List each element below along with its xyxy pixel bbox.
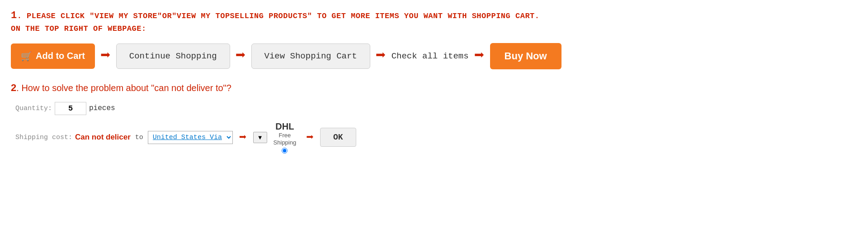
arrow-4-icon: ➡ [474,48,485,65]
cart-icon: 🛒 [21,51,32,62]
buy-now-label: Buy Now [505,50,547,62]
step1-line1: PLEASE CLICK "VIEW MY STORE"OR"VIEW MY T… [27,12,539,20]
shipping-cost-label: Shipping cost: [15,134,72,141]
add-to-cart-button[interactable]: 🛒 Add to Cart [11,43,95,69]
dhl-radio[interactable] [282,148,288,154]
step2-instruction: 2. How to solve the problem about "can n… [11,82,857,94]
step2-text: How to solve the problem about "can not … [21,83,231,93]
step1-line2: ON THE TOP RIGHT OF WEBPAGE: [11,24,146,33]
dhl-free-shipping: FreeShipping [274,132,297,147]
dhl-title: DHL [275,121,294,132]
flow-row: 🛒 Add to Cart ➡ Continue Shopping ➡ View… [11,43,857,69]
arrow-2-icon: ➡ [236,48,246,65]
dhl-info: DHL FreeShipping [274,121,297,154]
step2-number: 2 [11,82,16,93]
buy-now-button[interactable]: Buy Now [490,43,561,69]
ok-label: OK [333,133,343,142]
step1-number: 1 [11,10,17,21]
country-select[interactable]: United States Via [148,131,233,144]
arrow-3-icon: ➡ [376,48,386,65]
continue-shopping-label: Continue Shopping [129,51,217,61]
cannot-deliver-text: Can not delicer [75,133,131,142]
quantity-label: Quantity: [15,105,52,112]
step1-instruction: 1. PLEASE CLICK "VIEW MY STORE"OR"VIEW M… [11,8,857,35]
form-section: Quantity: pieces Shipping cost: Can not … [15,102,857,154]
view-cart-label: View Shopping Cart [264,51,357,61]
arrow-5-icon: ➡ [239,130,247,145]
quantity-unit: pieces [89,104,115,112]
quantity-row: Quantity: pieces [15,102,857,115]
continue-shopping-button[interactable]: Continue Shopping [116,43,230,69]
quantity-input[interactable] [55,102,86,115]
view-cart-button[interactable]: View Shopping Cart [251,43,370,69]
shipping-method-dropdown[interactable]: ▼ [253,132,267,143]
arrow-6-icon: ➡ [306,130,314,145]
ok-button[interactable]: OK [320,128,356,147]
shipping-row: Shipping cost: Can not delicer to United… [15,121,857,154]
check-all-items-label: Check all items [392,51,469,61]
add-to-cart-label: Add to Cart [36,51,85,61]
to-text: to [135,134,143,141]
arrow-1-icon: ➡ [100,48,111,65]
